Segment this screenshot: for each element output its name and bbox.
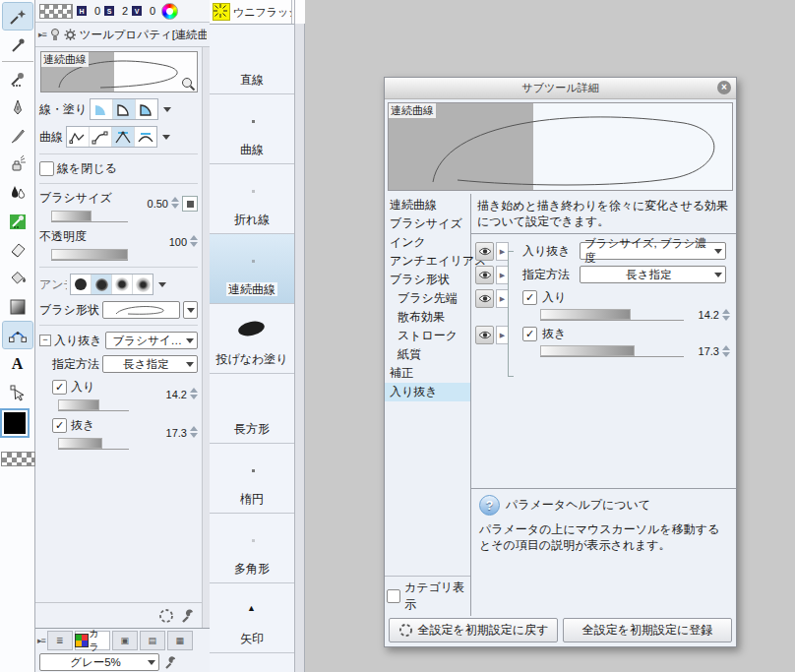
register-all-settings-button[interactable]: 全設定を初期設定に登録 xyxy=(563,618,732,642)
collapse-toggle[interactable]: − xyxy=(39,335,51,346)
brush-shape-dropdown-button[interactable] xyxy=(183,301,198,319)
aa-weak-button[interactable] xyxy=(92,275,112,294)
transparent-pattern-swatch[interactable] xyxy=(39,4,73,19)
fill-only-button[interactable] xyxy=(91,99,113,119)
out-spinner[interactable] xyxy=(190,426,198,438)
brush-shape-dropdown[interactable] xyxy=(102,301,180,319)
show-on-property-eye-button[interactable] xyxy=(475,326,494,344)
cubic-bezier-button[interactable] xyxy=(135,127,156,147)
category-brush-size[interactable]: ブラシサイズ xyxy=(385,214,470,233)
brush-size-slider[interactable] xyxy=(51,210,128,222)
in-checkbox[interactable]: ✓ xyxy=(52,380,67,395)
spin-down-icon[interactable] xyxy=(190,395,198,399)
out-checkbox[interactable]: ✓ xyxy=(52,418,67,433)
aa-middle-button[interactable] xyxy=(112,275,133,294)
show-on-property-eye-button[interactable] xyxy=(475,289,494,308)
wrench-icon[interactable] xyxy=(180,608,196,624)
category-brush-tip[interactable]: ブラシ先端 xyxy=(385,289,470,308)
category-brush-shape[interactable]: ブラシ形状 xyxy=(385,271,470,289)
curve-type-dropdown-arrow-icon[interactable] xyxy=(162,135,170,140)
tab-color-slider[interactable]: ≣ xyxy=(47,631,73,650)
subtool-item-partial[interactable] xyxy=(210,653,294,672)
spin-down-icon[interactable] xyxy=(190,242,198,247)
aa-none-button[interactable] xyxy=(71,275,92,294)
gradient-tool-button[interactable] xyxy=(3,293,32,320)
line-only-button[interactable] xyxy=(113,99,136,119)
subtool-item-polygon[interactable]: 多角形 xyxy=(210,514,294,583)
subtool-item-rectangle[interactable]: 長方形 xyxy=(210,374,294,444)
magnifier-icon[interactable] xyxy=(180,76,196,92)
airbrush-tool-button[interactable] xyxy=(3,151,32,177)
close-line-checkbox[interactable] xyxy=(39,161,54,176)
brush-size-spinner[interactable] xyxy=(171,197,179,209)
polyline-mode-button[interactable] xyxy=(67,127,90,147)
category-texture[interactable]: 紙質 xyxy=(385,345,470,364)
in-setting-checkbox[interactable]: ✓ xyxy=(522,290,537,305)
spin-down-icon[interactable] xyxy=(722,316,730,321)
line-and-fill-button[interactable] xyxy=(136,99,157,119)
show-on-property-eye-button[interactable] xyxy=(475,266,494,284)
spin-down-icon[interactable] xyxy=(171,204,179,209)
reset-all-settings-button[interactable]: 全設定を初期設定に戻す xyxy=(389,618,558,642)
in-setting-slider[interactable] xyxy=(540,308,684,321)
opacity-slider[interactable] xyxy=(51,248,128,261)
category-spraying-effect[interactable]: 散布効果 xyxy=(385,308,470,327)
decoration2-tool-button[interactable] xyxy=(3,208,32,234)
eyedropper-tool-button[interactable] xyxy=(3,31,32,58)
flash-tool-button[interactable] xyxy=(3,3,32,30)
subtool-tab-uniflash[interactable]: ウニフラッシュ xyxy=(210,0,292,24)
subtool-item-arrow[interactable]: ▲ 矢印 xyxy=(210,583,294,653)
pen-tool-button[interactable] xyxy=(3,93,32,120)
start-end-dropdown[interactable]: ブラシサイ… xyxy=(105,332,198,349)
spin-up-icon[interactable] xyxy=(171,197,179,202)
brush-size-source-button[interactable] xyxy=(182,196,198,212)
method-dropdown[interactable]: 長さ指定 xyxy=(102,355,198,373)
category-correction[interactable]: 補正 xyxy=(385,364,470,383)
out-slider[interactable] xyxy=(58,437,129,450)
blend-tool-button[interactable] xyxy=(3,179,32,206)
close-icon[interactable]: × xyxy=(717,81,731,94)
reset-icon[interactable] xyxy=(158,608,174,624)
decoration-tool-button[interactable] xyxy=(3,65,32,92)
subtool-scrollbar[interactable] xyxy=(295,24,305,672)
in-setting-spinner[interactable] xyxy=(722,309,730,321)
in-spinner[interactable] xyxy=(190,388,198,399)
object-tool-button[interactable] xyxy=(3,379,32,405)
spin-up-icon[interactable] xyxy=(722,309,730,314)
spin-up-icon[interactable] xyxy=(722,345,730,350)
tab-color-history[interactable]: ▦ xyxy=(167,631,193,650)
text-tool-button[interactable]: A xyxy=(3,350,32,377)
panel-menu-icon[interactable]: ▸≡ xyxy=(38,30,46,39)
category-continuous-curve[interactable]: 連続曲線 xyxy=(385,196,470,214)
subtool-item-curve[interactable]: 曲線 xyxy=(210,94,294,164)
subtool-item-polyline[interactable]: 折れ線 xyxy=(210,164,294,234)
fill-tool-button[interactable] xyxy=(3,265,32,291)
method-setting-dropdown[interactable]: 長さ指定 xyxy=(580,266,726,283)
spin-down-icon[interactable] xyxy=(190,433,198,438)
subtool-item-lasso-fill[interactable]: 投げなわ塗り xyxy=(210,304,294,374)
tab-color-mixer[interactable]: ▣ xyxy=(112,631,138,650)
color-set-dropdown[interactable]: グレー5% xyxy=(39,653,159,671)
wrench-icon[interactable] xyxy=(163,655,178,670)
transparent-color-swatch[interactable] xyxy=(1,452,35,466)
gear-icon[interactable] xyxy=(64,29,77,41)
color-wheel-icon[interactable] xyxy=(161,3,178,20)
figure-tool-button[interactable] xyxy=(3,322,32,348)
category-start-end[interactable]: 入り抜き xyxy=(385,383,470,401)
tab-color-set[interactable]: カラ xyxy=(75,631,110,650)
category-stroke[interactable]: ストローク xyxy=(385,327,470,345)
show-on-property-eye-button[interactable] xyxy=(475,242,494,261)
dialog-title-bar[interactable]: サブツール詳細 × xyxy=(385,78,736,99)
subtool-item-straight-line[interactable]: 直線 xyxy=(210,25,294,94)
in-slider[interactable] xyxy=(58,398,129,411)
quadratic-bezier-button[interactable] xyxy=(112,127,135,147)
foreground-color-swatch[interactable] xyxy=(2,410,28,436)
spline-mode-button[interactable] xyxy=(90,127,112,147)
spin-down-icon[interactable] xyxy=(722,352,730,357)
category-ink[interactable]: インク xyxy=(385,233,470,252)
category-anti-aliasing[interactable]: アンチエイリアス xyxy=(385,252,470,271)
subtool-item-ellipse[interactable]: 楕円 xyxy=(210,444,294,514)
out-setting-spinner[interactable] xyxy=(722,345,730,357)
spin-up-icon[interactable] xyxy=(190,235,198,240)
subtool-item-continuous-curve[interactable]: 連続曲線 xyxy=(210,234,294,304)
